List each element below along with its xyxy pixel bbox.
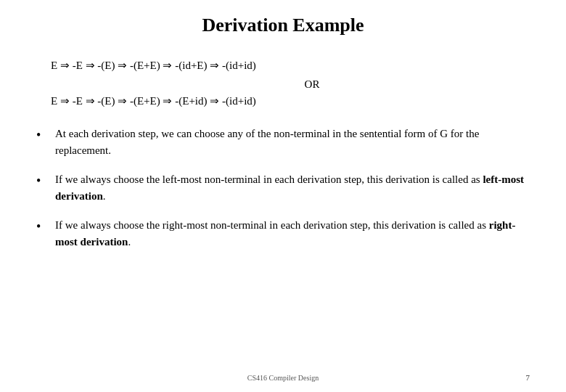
bullet-text-2: If we always choose the left-most non-te… xyxy=(55,171,530,204)
or-separator: OR xyxy=(94,78,530,91)
bullet-item-3: • If we always choose the right-most non… xyxy=(36,217,530,250)
bullet-dot-2: • xyxy=(36,172,49,190)
bold-rightmost: right-most derivation xyxy=(55,219,515,248)
bullet-dot-3: • xyxy=(36,218,49,236)
bold-leftmost: left-most derivation xyxy=(55,173,524,202)
bullet-text-3: If we always choose the right-most non-t… xyxy=(55,217,530,250)
bullet-item-2: • If we always choose the left-most non-… xyxy=(36,171,530,204)
slide-title: Derivation Example xyxy=(36,15,530,36)
derivation-line-1: E ⇒ -E ⇒ -(E) ⇒ -(E+E) ⇒ -(id+E) ⇒ -(id+… xyxy=(51,57,530,74)
footer-page: 7 xyxy=(526,373,530,382)
slide-page: Derivation Example E ⇒ -E ⇒ -(E) ⇒ -(E+E… xyxy=(0,0,566,392)
bullet-item-1: • At each derivation step, we can choose… xyxy=(36,126,530,158)
bullet-dot-1: • xyxy=(36,126,49,144)
derivation-line-2: E ⇒ -E ⇒ -(E) ⇒ -(E+E) ⇒ -(E+id) ⇒ -(id+… xyxy=(51,92,530,110)
footer-center: CS416 Compiler Design xyxy=(0,374,566,382)
bullet-text-1: At each derivation step, we can choose a… xyxy=(55,126,530,158)
bullet-section: • At each derivation step, we can choose… xyxy=(36,126,530,250)
